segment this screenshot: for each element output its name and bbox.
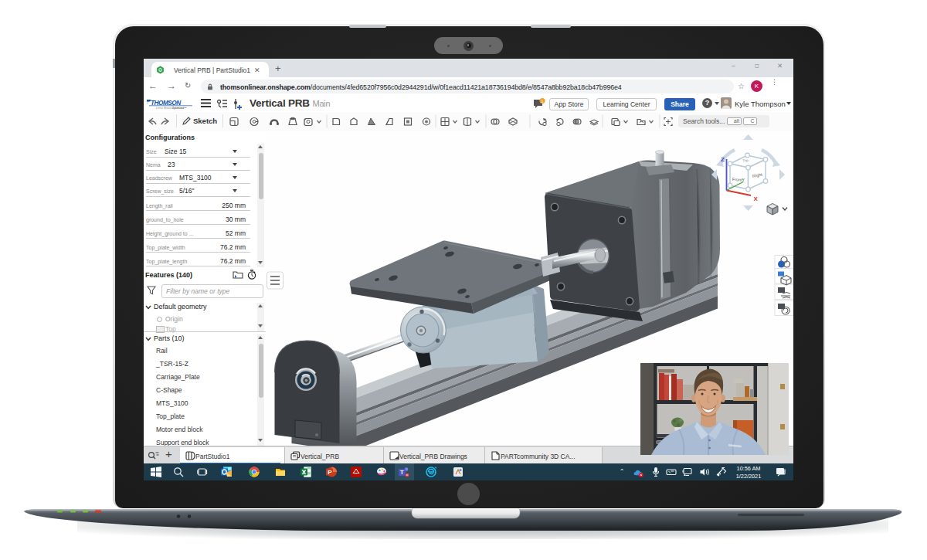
- svg-text:T: T: [400, 469, 404, 476]
- svg-text:1: 1: [541, 99, 543, 104]
- svg-text:Linear Motion Optimized™: Linear Motion Optimized™: [156, 107, 187, 110]
- svg-text:Top: Top: [742, 158, 749, 163]
- svg-text:P: P: [328, 469, 332, 476]
- svg-text:THOMSON: THOMSON: [151, 100, 182, 107]
- svg-text:X: X: [754, 195, 759, 202]
- svg-text:Z: Z: [721, 156, 725, 163]
- svg-text:Front: Front: [732, 177, 743, 182]
